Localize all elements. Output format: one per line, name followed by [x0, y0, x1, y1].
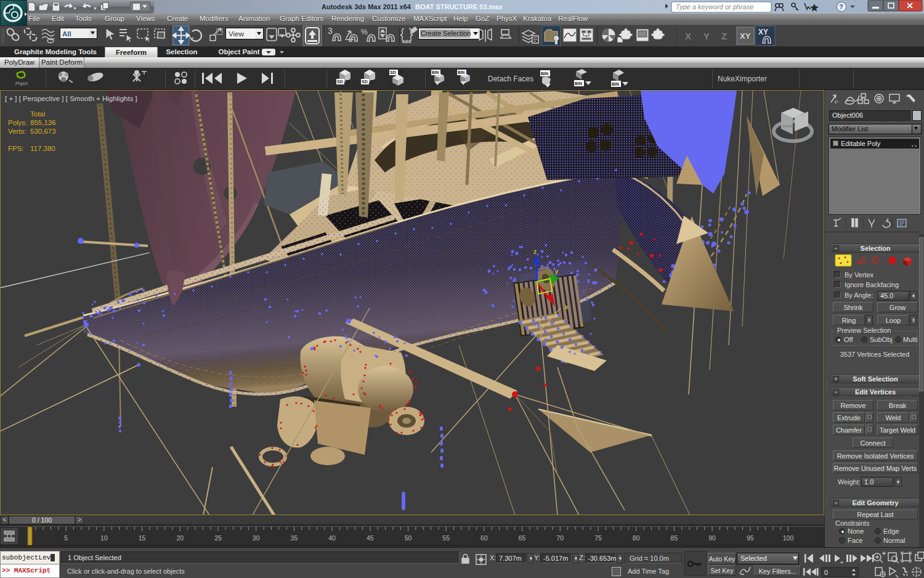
svg-text:5: 5 — [64, 534, 68, 542]
svg-text:X: X — [685, 31, 691, 41]
svg-text:%: % — [361, 28, 368, 36]
svg-text:XY: XY — [758, 28, 768, 36]
svg-text:65: 65 — [519, 534, 526, 542]
svg-text:?: ? — [839, 3, 843, 10]
svg-text:Detach Faces: Detach Faces — [488, 75, 533, 83]
svg-text:15: 15 — [139, 534, 146, 542]
svg-text:Z: Z — [721, 31, 727, 41]
svg-text:30: 30 — [253, 534, 260, 542]
svg-text:FRONT: FRONT — [783, 124, 796, 128]
svg-text:90: 90 — [708, 534, 716, 542]
svg-text:All: All — [62, 30, 71, 38]
svg-text:Y: Y — [703, 31, 710, 41]
svg-text:SD: SD — [390, 70, 396, 75]
svg-text:SD: SD — [337, 79, 343, 84]
svg-text:BIN: BIN — [612, 82, 619, 86]
svg-text:40: 40 — [328, 534, 336, 542]
svg-text:View: View — [229, 30, 244, 38]
svg-text:y: y — [555, 268, 558, 275]
svg-text:[ + ] [ Perspective ] [ Smooth: [ + ] [ Perspective ] [ Smooth + Highlig… — [5, 95, 137, 102]
svg-text:45: 45 — [367, 534, 374, 542]
svg-text:Type a keyword or phrase: Type a keyword or phrase — [676, 3, 753, 10]
svg-text:50: 50 — [405, 534, 412, 542]
svg-text:35: 35 — [291, 534, 298, 542]
svg-text:0: 0 — [824, 569, 828, 576]
svg-text:3: 3 — [328, 26, 333, 36]
svg-text:BIN: BIN — [432, 70, 439, 75]
svg-text:10: 10 — [100, 534, 108, 542]
svg-text:85: 85 — [671, 534, 678, 542]
svg-text:Verts:: Verts: — [8, 128, 26, 135]
svg-text:530,673: 530,673 — [30, 128, 56, 135]
svg-text:80: 80 — [633, 534, 640, 542]
svg-text:Polys:: Polys: — [8, 119, 27, 126]
svg-text:855,136: 855,136 — [30, 119, 56, 126]
svg-text:117.380: 117.380 — [30, 145, 55, 152]
svg-text:95: 95 — [747, 534, 754, 542]
svg-text:FPS:: FPS: — [8, 145, 24, 152]
svg-text:PhysX: PhysX — [15, 81, 28, 86]
svg-text:z: z — [533, 248, 537, 255]
svg-text:BIN: BIN — [575, 81, 582, 86]
svg-text:55: 55 — [442, 534, 450, 542]
svg-text:NukeXimporter: NukeXimporter — [718, 75, 767, 83]
svg-text:BIN: BIN — [541, 71, 548, 76]
svg-text:XY: XY — [740, 31, 751, 41]
svg-text:x: x — [565, 304, 568, 311]
svg-text:Total: Total — [30, 110, 45, 118]
svg-text:60: 60 — [480, 534, 488, 542]
svg-text:70: 70 — [556, 534, 564, 542]
svg-text:ABC: ABC — [402, 39, 411, 44]
svg-text:25: 25 — [214, 534, 222, 542]
svg-text:75: 75 — [594, 534, 602, 542]
svg-text:100: 100 — [783, 534, 794, 542]
svg-text:20: 20 — [176, 534, 184, 542]
